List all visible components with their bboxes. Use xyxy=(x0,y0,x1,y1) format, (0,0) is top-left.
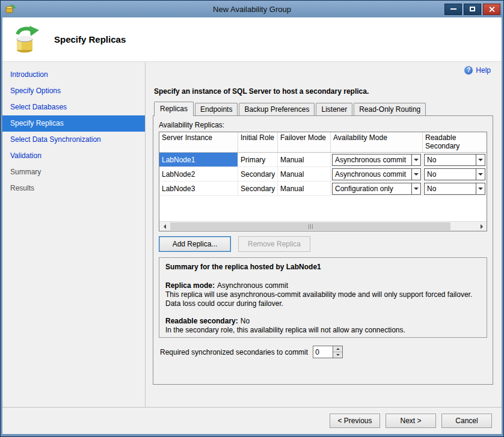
replica-summary-panel: Summary for the replica hosted by LabNod… xyxy=(159,257,487,338)
sidebar-item-select-data-synchronization[interactable]: Select Data Synchronization xyxy=(2,132,145,148)
grid-empty-area xyxy=(159,196,487,221)
cell-failover-mode: Manual xyxy=(278,182,331,195)
replica-actions: Add Replica... Remove Replica xyxy=(159,236,487,252)
dropdown-value: No xyxy=(425,156,476,164)
readable-secondary-line: Readable secondary:No xyxy=(165,317,481,326)
maximize-button[interactable] xyxy=(464,4,481,15)
wizard-footer: < Previous Next > Cancel xyxy=(2,407,502,434)
scrollbar-thumb[interactable] xyxy=(170,222,450,230)
cell-failover-mode: Manual xyxy=(278,153,331,167)
arrow-down-icon xyxy=(336,354,340,358)
close-button[interactable] xyxy=(483,4,500,15)
dialog-window: New Availability Group Specify Replicas xyxy=(0,0,504,437)
spinner-up-button[interactable] xyxy=(333,346,342,352)
tab-listener[interactable]: Listener xyxy=(316,103,352,115)
instruction-text: Specify an instance of SQL Server to hos… xyxy=(154,87,493,96)
replicas-grid: Server Instance Initial Role Failover Mo… xyxy=(159,132,487,231)
sidebar-item-specify-options[interactable]: Specify Options xyxy=(2,83,145,99)
remove-replica-button: Remove Replica xyxy=(238,236,310,252)
maximize-icon xyxy=(470,7,475,11)
help-icon: ? xyxy=(464,66,473,75)
availability-mode-dropdown[interactable]: Asynchronous commit xyxy=(332,168,421,180)
dropdown-value: Asynchronous commit xyxy=(333,156,411,164)
cell-availability-mode: Configuration only xyxy=(331,182,423,195)
readable-secondary-dropdown[interactable]: No xyxy=(424,154,485,166)
readable-secondary-label: Readable secondary: xyxy=(165,317,238,325)
replica-mode-value: Asynchronous commit xyxy=(217,281,288,290)
quorum-row: Required synchronized secondaries to com… xyxy=(160,346,487,358)
column-header-readable-secondary[interactable]: Readable Secondary xyxy=(423,132,487,152)
sidebar-item-specify-replicas[interactable]: Specify Replicas xyxy=(2,115,145,132)
table-row[interactable]: LabNode2 Secondary Manual Asynchronous c… xyxy=(159,167,487,182)
previous-button[interactable]: < Previous xyxy=(330,414,380,428)
chevron-down-icon[interactable] xyxy=(476,169,485,180)
sidebar-item-summary: Summary xyxy=(2,164,145,180)
summary-title: Summary for the replica hosted by LabNod… xyxy=(165,263,481,272)
minimize-icon xyxy=(450,8,456,10)
cancel-button[interactable]: Cancel xyxy=(441,414,492,428)
secondaries-count-input[interactable] xyxy=(313,346,333,358)
cell-availability-mode: Asynchronous commit xyxy=(331,153,423,167)
quorum-label: Required synchronized secondaries to com… xyxy=(160,348,308,356)
sidebar-item-introduction[interactable]: Introduction xyxy=(2,67,145,83)
column-header-initial-role[interactable]: Initial Role xyxy=(238,132,278,152)
cell-server-instance[interactable]: LabNode1 xyxy=(159,153,238,167)
availability-mode-dropdown[interactable]: Configuration only xyxy=(332,183,421,195)
app-icon[interactable] xyxy=(5,4,16,14)
next-button[interactable]: Next > xyxy=(386,414,436,428)
wizard-banner: Specify Replicas xyxy=(2,17,502,62)
secondaries-count-spinner xyxy=(313,346,343,358)
cell-initial-role: Secondary xyxy=(238,167,278,181)
scroll-right-button[interactable] xyxy=(477,222,487,231)
cell-readable-secondary: No xyxy=(423,167,487,181)
cell-failover-mode: Manual xyxy=(278,167,331,181)
column-header-server-instance[interactable]: Server Instance xyxy=(159,132,238,152)
table-row[interactable]: LabNode3 Secondary Manual Configuration … xyxy=(159,182,487,196)
cell-server-instance[interactable]: LabNode2 xyxy=(159,167,238,181)
arrow-left-icon xyxy=(161,224,166,229)
tab-endpoints[interactable]: Endpoints xyxy=(195,103,238,115)
database-replica-icon xyxy=(12,25,42,55)
grip-icon xyxy=(309,224,309,229)
readable-secondary-dropdown[interactable]: No xyxy=(424,168,485,180)
dropdown-value: Configuration only xyxy=(333,185,411,193)
sidebar-item-validation[interactable]: Validation xyxy=(2,148,145,164)
page-title: Specify Replicas xyxy=(54,34,126,44)
chevron-down-icon[interactable] xyxy=(411,169,420,180)
dropdown-value: No xyxy=(425,185,476,193)
replica-mode-label: Replica mode: xyxy=(165,281,215,290)
wizard-steps-sidebar: Introduction Specify Options Select Data… xyxy=(2,62,146,407)
tab-replicas[interactable]: Replicas xyxy=(154,102,194,116)
add-replica-button[interactable]: Add Replica... xyxy=(159,236,231,252)
window-title: New Availability Group xyxy=(1,5,503,14)
scrollbar-track[interactable] xyxy=(169,222,477,231)
cell-availability-mode: Asynchronous commit xyxy=(331,167,423,181)
sidebar-item-select-databases[interactable]: Select Databases xyxy=(2,99,145,115)
readable-secondary-dropdown[interactable]: No xyxy=(424,183,485,195)
chevron-down-icon[interactable] xyxy=(411,183,420,194)
title-bar[interactable]: New Availability Group xyxy=(1,1,503,17)
spinner-down-button[interactable] xyxy=(333,352,342,358)
minimize-button[interactable] xyxy=(444,4,462,15)
availability-mode-dropdown[interactable]: Asynchronous commit xyxy=(332,154,421,166)
scroll-left-button[interactable] xyxy=(159,222,169,231)
chevron-down-icon[interactable] xyxy=(476,183,485,194)
chevron-down-icon[interactable] xyxy=(476,154,485,165)
cell-server-instance[interactable]: LabNode3 xyxy=(159,182,238,195)
chevron-down-icon[interactable] xyxy=(411,154,420,165)
column-header-availability-mode[interactable]: Availability Mode xyxy=(331,132,423,152)
horizontal-scrollbar[interactable] xyxy=(159,221,487,231)
client-area: Specify Replicas Introduction Specify Op… xyxy=(2,17,502,434)
tab-read-only-routing[interactable]: Read-Only Routing xyxy=(354,103,426,115)
main-content: ? Help Specify an instance of SQL Server… xyxy=(146,62,502,407)
availability-replicas-label: Availability Replicas: xyxy=(159,121,487,129)
help-link[interactable]: ? Help xyxy=(464,66,491,75)
tab-backup-preferences[interactable]: Backup Preferences xyxy=(239,103,315,115)
help-label: Help xyxy=(476,66,491,75)
arrow-right-icon xyxy=(481,224,485,229)
table-row[interactable]: LabNode1 Primary Manual Asynchronous com… xyxy=(159,153,487,167)
column-header-failover-mode[interactable]: Failover Mode xyxy=(278,132,331,152)
replica-mode-description: This replica will use asynchronous-commi… xyxy=(165,290,481,308)
dropdown-value: Asynchronous commit xyxy=(333,170,411,179)
readable-secondary-value: No xyxy=(241,317,250,325)
